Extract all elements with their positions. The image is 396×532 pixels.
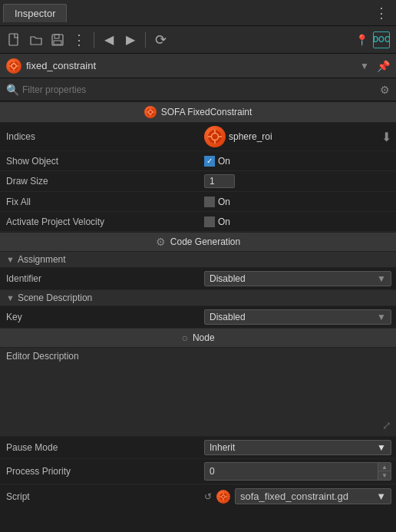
indices-ref-name: sphere_roi [229, 131, 272, 142]
script-refresh-icon[interactable]: ↺ [204, 491, 212, 502]
process-priority-spinner[interactable]: 0 ▲ ▼ [204, 462, 391, 481]
show-object-checkbox-box[interactable]: ✓ [204, 156, 215, 167]
node-circle-icon: ○ [181, 332, 187, 344]
scene-description-arrow-icon[interactable]: ▼ [6, 293, 15, 302]
script-filename: sofa_fixed_constraint.gd [240, 491, 348, 502]
key-dropdown-text: Disabled [210, 312, 246, 322]
toolbar-separator-2 [145, 32, 146, 48]
assignment-label: Assignment [18, 254, 66, 265]
indices-download-icon[interactable]: ⬇ [381, 130, 391, 144]
draw-size-value: 1 [200, 173, 396, 190]
key-dropdown-arrow-icon: ▼ [377, 312, 386, 322]
property-row-pause-mode: Pause Mode Inherit ▼ [0, 437, 396, 459]
component-title: SOFA FixedConstraint [161, 107, 252, 117]
activate-project-velocity-box[interactable] [204, 216, 215, 227]
node-label: Node [193, 332, 215, 343]
process-priority-input[interactable]: 0 [205, 464, 378, 478]
fix-all-value: On [200, 195, 396, 209]
process-priority-value: 0 ▲ ▼ [200, 461, 396, 482]
assignment-group-header: ▼ Assignment [0, 252, 396, 268]
fix-all-label: Fix All [0, 195, 200, 209]
draw-size-input[interactable]: 1 [204, 174, 235, 188]
component-header: SOFA FixedConstraint [0, 101, 396, 123]
identifier-value: Disabled ▼ [200, 269, 396, 288]
activate-project-velocity-checkbox[interactable]: On [204, 216, 230, 227]
scene-description-label: Scene Description [18, 292, 92, 303]
property-row-draw-size: Draw Size 1 [0, 171, 396, 192]
key-value: Disabled ▼ [200, 308, 396, 326]
script-dropdown[interactable]: sofa_fixed_constraint.gd ▼ [235, 488, 391, 504]
editor-description-input[interactable] [0, 365, 396, 434]
search-input[interactable] [22, 84, 377, 95]
component-icon [144, 106, 157, 118]
process-priority-spin-buttons: ▲ ▼ [378, 463, 391, 480]
script-node-icon [216, 490, 230, 504]
pause-mode-dropdown[interactable]: Inherit ▼ [204, 440, 391, 455]
tab-options-icon[interactable]: ⋮ [370, 5, 393, 21]
show-object-text: On [218, 156, 230, 167]
process-priority-label: Process Priority [0, 464, 200, 478]
node-name-label: fixed_constraint [26, 60, 355, 71]
property-row-key: Key Disabled ▼ [0, 306, 396, 329]
indices-value: sphere_roi ⬇ [200, 124, 396, 149]
history-icon[interactable]: ⟳ [152, 31, 169, 48]
property-row-show-object: Show Object ✓ On [0, 151, 396, 171]
property-row-indices: Indices sphere_roi ⬇ [0, 123, 396, 151]
identifier-label: Identifier [0, 272, 200, 286]
node-selector-icon [6, 58, 21, 74]
editor-description-section: Editor Description ⤢ [0, 348, 396, 437]
identifier-dropdown-arrow-icon: ▼ [377, 273, 386, 284]
toolbar: ⋮ ◀ ▶ ⟳ 📍 DOC [0, 26, 396, 54]
spin-up-button[interactable]: ▲ [378, 463, 391, 471]
key-label: Key [0, 310, 200, 324]
search-bar: 🔍 ⚙ [0, 78, 396, 101]
main-content: SOFA FixedConstraint Indices sphere_roi … [0, 101, 396, 532]
show-object-label: Show Object [0, 154, 200, 168]
next-icon[interactable]: ▶ [122, 31, 139, 48]
node-pin-icon[interactable]: 📌 [377, 60, 390, 72]
indices-ref-icon[interactable] [204, 126, 226, 147]
pause-mode-dropdown-text: Inherit [210, 442, 235, 453]
save-icon[interactable] [49, 31, 66, 48]
code-generation-header: ⚙ Code Generation [0, 232, 396, 252]
node-dropdown-arrow[interactable]: ▼ [360, 61, 369, 71]
new-file-icon[interactable] [6, 31, 23, 48]
activate-project-velocity-label: Activate Project Velocity [0, 215, 200, 229]
identifier-dropdown[interactable]: Disabled ▼ [204, 271, 391, 286]
node-row: ○ Node [0, 329, 396, 348]
property-row-script: Script ↺ sofa_fixed_constraint.gd ▼ [0, 484, 396, 507]
code-generation-label: Code Generation [170, 236, 240, 247]
property-row-process-priority: Process Priority 0 ▲ ▼ [0, 459, 396, 484]
spin-down-button[interactable]: ▼ [378, 471, 391, 480]
tab-bar: Inspector ⋮ [0, 0, 396, 26]
code-gen-icon: ⚙ [156, 236, 166, 248]
toolbar-separator-1 [94, 32, 94, 48]
fix-all-checkbox-box[interactable] [204, 197, 215, 207]
identifier-dropdown-text: Disabled [210, 273, 246, 284]
expand-icon[interactable]: ⤢ [382, 419, 391, 431]
pin-icon[interactable]: 📍 [353, 31, 370, 48]
script-value: ↺ sofa_fixed_constraint.gd ▼ [200, 487, 396, 506]
indices-label: Indices [0, 130, 200, 144]
inspector-tab[interactable]: Inspector [3, 4, 67, 22]
show-object-value: ✓ On [200, 154, 396, 168]
more-options-icon[interactable]: ⋮ [71, 31, 87, 48]
fix-all-checkbox[interactable]: On [204, 197, 230, 207]
script-label: Script [0, 490, 200, 504]
activate-project-velocity-text: On [218, 216, 230, 227]
node-selector: fixed_constraint ▼ 📌 [0, 54, 396, 78]
open-folder-icon[interactable] [28, 31, 45, 48]
script-dropdown-arrow-icon: ▼ [376, 491, 386, 502]
show-object-checkbox[interactable]: ✓ On [204, 156, 230, 167]
search-icon: 🔍 [6, 84, 19, 96]
key-dropdown[interactable]: Disabled ▼ [204, 309, 391, 325]
svg-rect-3 [54, 41, 61, 45]
scene-description-group-header: ▼ Scene Description [0, 290, 396, 306]
svg-rect-0 [9, 34, 18, 45]
filter-icon[interactable]: ⚙ [380, 84, 390, 96]
assignment-arrow-icon[interactable]: ▼ [6, 255, 15, 264]
prev-icon[interactable]: ◀ [101, 31, 117, 48]
doc-icon[interactable]: DOC [373, 31, 390, 48]
pause-mode-label: Pause Mode [0, 441, 200, 454]
editor-description-label: Editor Description [0, 348, 396, 365]
